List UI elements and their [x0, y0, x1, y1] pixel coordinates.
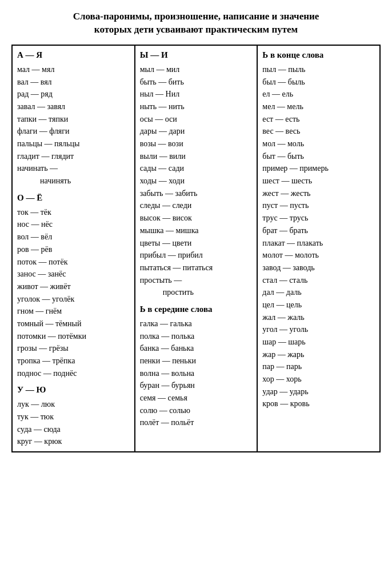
- word-pair-col1-s0-14: цветы — цвети: [140, 237, 253, 250]
- section-header-col2-0: Ь в конце слова: [262, 50, 375, 60]
- section-header-col0-1: О — Ё: [17, 193, 130, 203]
- word-pair-col1-s1-6: семя — семья: [140, 392, 253, 404]
- word-pair-col1-s1-0: галка — галька: [140, 318, 253, 330]
- section-header-col1-0: Ы — И: [140, 50, 253, 60]
- word-pair-col0-s1-2: вол — вёл: [17, 231, 130, 243]
- word-pair-col0-s2-0: лук — люк: [17, 398, 130, 411]
- word-pair-col0-s1-5: занос — занёс: [17, 268, 130, 281]
- word-pair-col0-s0-0: мал — мял: [17, 63, 130, 76]
- word-pair-col1-s0-9: ходы — ходи: [140, 175, 253, 187]
- word-pair-col0-s2-2: суда — сюда: [17, 423, 130, 436]
- col-0: А — Ямал — мялвал — вялрад — рядзавал — …: [12, 45, 135, 452]
- word-pair-col1-s1-2: банка — банька: [140, 342, 253, 355]
- word-pair-col2-s0-21: угол — уголь: [262, 323, 375, 336]
- word-pair-col2-s0-19: цел — цель: [262, 299, 375, 311]
- word-pair-col0-s0-1: вал — вял: [17, 76, 130, 89]
- word-pair-col2-s0-26: удар — ударь: [262, 386, 375, 398]
- word-pair-col0-s0-5: флаги — фляги: [17, 125, 130, 138]
- title-line2: которых дети усваивают практическим путе…: [94, 24, 298, 35]
- word-pair-col0-s0-7: гладит — глядит: [17, 150, 130, 163]
- word-pair-col0-s1-10: потомки — потёмки: [17, 330, 130, 343]
- word-pair-col1-s0-16: пытаться — питаться: [140, 262, 253, 274]
- word-pair-col0-s0-4: тапки — тяпки: [17, 113, 130, 126]
- word-pair-col2-s0-9: шест — шесть: [262, 175, 375, 187]
- word-pair-col2-s0-4: ест — есть: [262, 113, 375, 126]
- word-pair-col0-s1-9: томный — тёмный: [17, 318, 130, 330]
- word-pair-col1-s0-7: выли — вили: [140, 150, 253, 163]
- word-pair-col0-s0-3: завал — завял: [17, 101, 130, 113]
- word-pair-col0-s0-8: начинать —начинять: [17, 162, 130, 187]
- word-pair-col2-s0-8: пример — примерь: [262, 162, 375, 175]
- word-pair-col0-s1-12: тропка — трёпка: [17, 355, 130, 367]
- word-pair-col1-s0-4: осы — оси: [140, 113, 253, 126]
- word-pair-col2-s0-6: мол — моль: [262, 138, 375, 150]
- word-pair-col2-s0-20: жал — жаль: [262, 311, 375, 324]
- word-pair-col1-s1-4: волна — вольна: [140, 367, 253, 380]
- table-row: А — Ямал — мялвал — вялрад — рядзавал — …: [12, 45, 380, 452]
- word-pair-col0-s1-13: поднос — поднёс: [17, 367, 130, 380]
- word-pair-col0-s0-6: пальцы — пяльцы: [17, 138, 130, 150]
- word-pair-col0-s2-3: круг — крюк: [17, 435, 130, 448]
- word-pair-col0-s1-0: ток — тёк: [17, 206, 130, 219]
- word-pair-col1-s0-10: забыть — забить: [140, 187, 253, 200]
- word-pair-col2-s0-15: молот — молоть: [262, 249, 375, 262]
- word-pair-col2-s0-24: пар — парь: [262, 360, 375, 373]
- word-pair-col2-s0-5: вес — весь: [262, 125, 375, 138]
- word-pair-col2-s0-3: мел — мель: [262, 101, 375, 113]
- word-pair-col0-s1-7: уголок — уголёк: [17, 293, 130, 306]
- word-pair-col1-s0-0: мыл — мил: [140, 63, 253, 76]
- word-pair-col2-s0-25: хор — хорь: [262, 373, 375, 386]
- section-header-col0-0: А — Я: [17, 50, 130, 60]
- word-pair-col1-s1-3: пенки — пеньки: [140, 355, 253, 367]
- word-pair-col0-s1-11: грозы — грёзы: [17, 342, 130, 355]
- word-pair-col1-s1-7: солю — солью: [140, 404, 253, 417]
- word-pair-col2-s0-12: трус — трусь: [262, 212, 375, 225]
- word-pair-col1-s0-12: высок — висок: [140, 212, 253, 225]
- section-header-col0-2: У — Ю: [17, 385, 130, 395]
- word-pair-col1-s1-1: полка — полька: [140, 330, 253, 343]
- word-pair-col0-s1-8: гном — гнём: [17, 305, 130, 318]
- word-pair-col2-s0-27: кров — кровь: [262, 398, 375, 410]
- word-pair-col1-s0-1: быть — бить: [140, 76, 253, 89]
- word-pair-col1-s0-5: дары — дари: [140, 125, 253, 138]
- word-pair-col2-s0-10: жест — жесть: [262, 187, 375, 200]
- word-pair-col1-s1-8: полёт — польёт: [140, 416, 253, 429]
- word-pair-col2-s0-1: был — быль: [262, 76, 375, 89]
- word-pair-col1-s0-11: следы — следи: [140, 199, 253, 212]
- main-table: А — Ямал — мялвал — вялрад — рядзавал — …: [11, 45, 381, 452]
- word-pair-col2-s0-2: ел — ель: [262, 88, 375, 101]
- word-pair-col2-s0-16: завод — заводь: [262, 262, 375, 274]
- word-pair-col1-s0-6: возы — вози: [140, 138, 253, 150]
- word-pair-col2-s0-0: пыл — пыль: [262, 63, 375, 76]
- word-pair-col0-s1-3: ров — рёв: [17, 243, 130, 256]
- word-pair-col0-s0-2: рад — ряд: [17, 88, 130, 101]
- col-2: Ь в конце словапыл — пыльбыл — быльел — …: [257, 45, 380, 452]
- word-pair-col1-s0-3: ныть — нить: [140, 101, 253, 113]
- word-pair-col0-s1-6: живот — живёт: [17, 281, 130, 293]
- word-pair-col1-s0-15: прибыл — прибил: [140, 249, 253, 262]
- word-pair-col0-s1-4: поток — потёк: [17, 256, 130, 269]
- word-pair-col2-s0-13: брат — брать: [262, 225, 375, 237]
- word-pair-col0-s1-1: нос — нёс: [17, 218, 130, 231]
- page-title: Слова-паронимы, произношение, написание …: [11, 10, 381, 37]
- word-pair-col2-s0-18: дал — даль: [262, 286, 375, 299]
- word-pair-col1-s1-5: буран — бурьян: [140, 379, 253, 392]
- col-1: Ы — Имыл — милбыть — битьныл — Нилныть —…: [135, 45, 258, 452]
- title-line1: Слова-паронимы, произношение, написание …: [73, 11, 319, 22]
- word-pair-col1-s0-8: сады — сади: [140, 162, 253, 175]
- word-pair-col2-s0-7: быт — быть: [262, 150, 375, 163]
- word-pair-col2-s0-14: плакат — плакать: [262, 237, 375, 250]
- word-pair-col1-s0-2: ныл — Нил: [140, 88, 253, 101]
- word-pair-col2-s0-17: стал — сталь: [262, 274, 375, 287]
- word-pair-col0-s2-1: тук — тюк: [17, 411, 130, 423]
- word-pair-col2-s0-22: шар — шарь: [262, 336, 375, 348]
- word-pair-col2-s0-23: жар — жарь: [262, 348, 375, 361]
- word-pair-col1-s0-17: простыть —простить: [140, 274, 253, 299]
- word-pair-col2-s0-11: пуст — пусть: [262, 199, 375, 212]
- section-header-col1-1: Ь в середине слова: [140, 304, 253, 314]
- word-pair-col1-s0-13: мышка — мишка: [140, 225, 253, 237]
